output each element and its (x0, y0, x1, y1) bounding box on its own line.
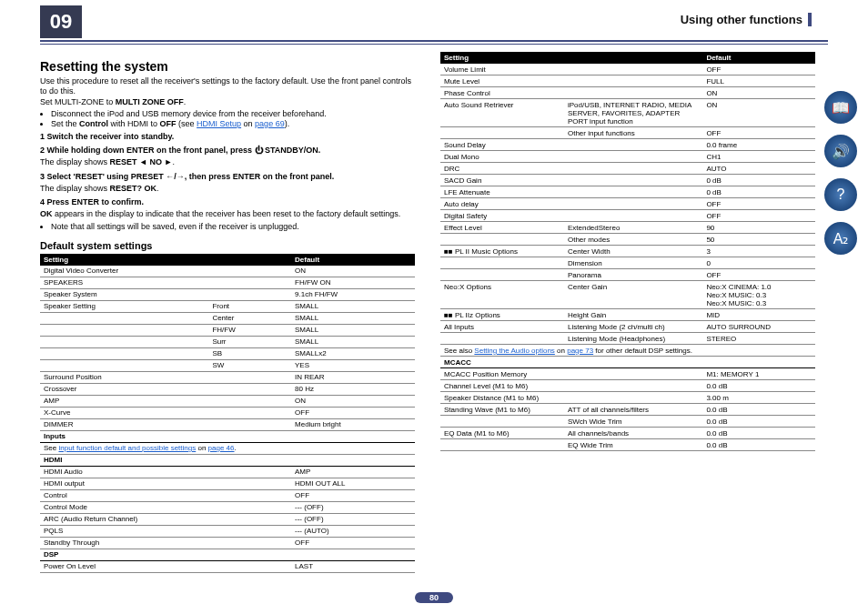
sidebar-icons: 📖 🔊 ? A₂ (824, 91, 861, 266)
chapter-title: Using other functions (681, 13, 812, 26)
left-column: Resetting the system Use this procedure … (40, 45, 428, 573)
note: Note that all settings will be saved, ev… (51, 222, 415, 231)
table-right: SettingDefault Volume LimitOFFMute Level… (440, 52, 815, 451)
section-mcacc: MCACC (440, 357, 815, 368)
book-icon[interactable]: 📖 (824, 91, 857, 124)
step-2-sub: The display shows RESET ◄ NO ►. (40, 157, 415, 167)
help-icon[interactable]: ? (824, 178, 857, 211)
right-column: SettingDefault Volume LimitOFFMute Level… (428, 45, 815, 573)
inputs-line: See input function default and possible … (40, 442, 415, 454)
step-1: 1 Switch the receiver into standby. (40, 132, 415, 142)
step-3: 3 Select 'RESET' using PRESET ←/→, then … (40, 172, 415, 182)
step-2: 2 While holding down ENTER on the front … (40, 146, 415, 156)
link-page-46[interactable]: page 46 (208, 444, 235, 452)
section-inputs: Inputs (40, 430, 415, 442)
step-3-sub: The display shows RESET? OK. (40, 184, 415, 194)
page-number: 80 (415, 592, 453, 603)
link-input-defaults[interactable]: input function default and possible sett… (58, 444, 196, 452)
ok-line: OK appears in the display to indicate th… (40, 209, 415, 219)
section-dsp: DSP (40, 549, 415, 560)
link-page-73[interactable]: page 73 (567, 347, 593, 355)
chapter-number: 09 (40, 5, 82, 38)
see-also: See also Setting the Audio options on pa… (440, 345, 815, 357)
step-4: 4 Press ENTER to confirm. (40, 197, 415, 207)
bullet-1: Disconnect the iPod and USB memory devic… (51, 109, 415, 118)
heading-defaults: Default system settings (40, 240, 415, 251)
link-hdmi-setup[interactable]: HDMI Setup (197, 119, 241, 128)
table-left: SettingDefault Digital Video ConverterON… (40, 254, 415, 573)
link-page-69[interactable]: page 69 (255, 119, 285, 128)
bullet-2: Set the Control with HDMI to OFF (see HD… (51, 119, 415, 128)
section-hdmi: HDMI (40, 454, 415, 466)
link-audio-options[interactable]: Setting the Audio options (474, 347, 555, 355)
speaker-icon[interactable]: 🔊 (824, 135, 857, 167)
heading-reset: Resetting the system (40, 59, 415, 74)
tools-icon[interactable]: A₂ (824, 222, 857, 255)
intro: Use this procedure to reset all the rece… (40, 76, 415, 107)
